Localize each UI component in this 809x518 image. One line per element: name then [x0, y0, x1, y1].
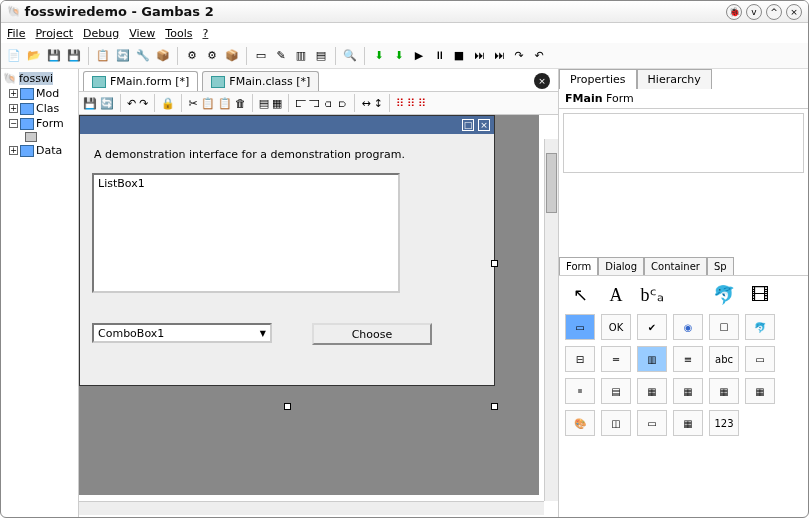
- tbtab-dialog[interactable]: Dialog: [598, 257, 644, 275]
- stop-icon[interactable]: ■: [450, 47, 468, 65]
- resize-handle-se[interactable]: [491, 403, 498, 410]
- run2-icon[interactable]: ⬇: [390, 47, 408, 65]
- tbtab-form[interactable]: Form: [559, 257, 598, 275]
- tool-textlabel[interactable]: bᶜₐ: [637, 282, 667, 308]
- tool-slider[interactable]: ⊟: [565, 346, 595, 372]
- tool-columnview[interactable]: ▦: [709, 378, 739, 404]
- tool-listbox[interactable]: ≡: [673, 346, 703, 372]
- tool-checkbox[interactable]: ✔: [637, 314, 667, 340]
- open-icon[interactable]: 📂: [25, 47, 43, 65]
- step3-icon[interactable]: ↷: [510, 47, 528, 65]
- tab-hierarchy[interactable]: Hierarchy: [637, 69, 712, 89]
- tool-blank1[interactable]: [673, 282, 703, 308]
- gear-icon[interactable]: ⚙: [183, 47, 201, 65]
- ft-g3-icon[interactable]: ⠿: [418, 97, 426, 110]
- tool-gambas-icon[interactable]: 🐬: [709, 282, 739, 308]
- tool-treeview[interactable]: ▤: [601, 378, 631, 404]
- tab-fmain-form[interactable]: FMain.form [*]: [83, 71, 198, 91]
- scrollbar-horizontal[interactable]: [79, 501, 544, 515]
- ft-al4-icon[interactable]: ⫐: [337, 97, 348, 110]
- tab-properties[interactable]: Properties: [559, 69, 637, 89]
- tab-fmain-class[interactable]: FMain.class [*]: [202, 71, 319, 91]
- resize-handle-s[interactable]: [284, 403, 291, 410]
- tbtab-container[interactable]: Container: [644, 257, 707, 275]
- tool-frame[interactable]: ▥: [637, 346, 667, 372]
- ft-grid-icon[interactable]: ▦: [272, 97, 282, 110]
- tool-panel[interactable]: ▭: [565, 314, 595, 340]
- ft-reload-icon[interactable]: 🔄: [100, 97, 114, 110]
- menu-tools[interactable]: Tools: [165, 27, 192, 40]
- ft-a6-icon[interactable]: ↕: [374, 97, 383, 110]
- edit-icon[interactable]: ✎: [272, 47, 290, 65]
- tab-close-icon[interactable]: ×: [534, 73, 550, 89]
- tool-gridview[interactable]: ▦: [673, 378, 703, 404]
- tool-tabstrip[interactable]: ▦: [673, 410, 703, 436]
- tool-colorchooser[interactable]: 🎨: [565, 410, 595, 436]
- ft-lock-icon[interactable]: 🔒: [161, 97, 175, 110]
- play-icon[interactable]: ▶: [410, 47, 428, 65]
- tool-tableview[interactable]: ▦: [745, 378, 775, 404]
- resize-handle-e[interactable]: [491, 260, 498, 267]
- ft-g1-icon[interactable]: ⠿: [396, 97, 404, 110]
- bug-icon[interactable]: 🐞: [726, 4, 742, 20]
- ft-undo-icon[interactable]: ↶: [127, 97, 136, 110]
- tool-combobox[interactable]: ▭: [745, 346, 775, 372]
- ft-al1-icon[interactable]: ⫍: [295, 97, 306, 110]
- ft-al2-icon[interactable]: ⫎: [309, 97, 320, 110]
- menu-file[interactable]: File: [7, 27, 25, 40]
- tree-root[interactable]: 🐚fosswi: [3, 71, 76, 86]
- tool-scrollbar[interactable]: ═: [601, 346, 631, 372]
- tree-form-fmain[interactable]: [3, 131, 76, 143]
- combobox-control[interactable]: ComboBox1▼: [92, 323, 272, 343]
- tool-pointer[interactable]: ↖: [565, 282, 595, 308]
- gear2-icon[interactable]: ⚙: [203, 47, 221, 65]
- tool-textbox[interactable]: abc: [709, 346, 739, 372]
- tool-radiobutton[interactable]: ◉: [673, 314, 703, 340]
- form-icon[interactable]: ▭: [252, 47, 270, 65]
- tool-label[interactable]: A: [601, 282, 631, 308]
- properties-grid[interactable]: [563, 113, 804, 173]
- ft-del-icon[interactable]: 🗑: [235, 97, 246, 110]
- form-canvas[interactable]: □ × A demonstration interface for a demo…: [79, 115, 558, 515]
- scroll-thumb[interactable]: [546, 153, 557, 213]
- exec-icon[interactable]: 📦: [154, 47, 172, 65]
- choose-button[interactable]: Choose: [312, 323, 432, 345]
- menu-debug[interactable]: Debug: [83, 27, 119, 40]
- tool2-icon[interactable]: ▤: [312, 47, 330, 65]
- new-icon[interactable]: 📄: [5, 47, 23, 65]
- menu-view[interactable]: View: [129, 27, 155, 40]
- ft-a5-icon[interactable]: ↔: [361, 97, 370, 110]
- demo-label[interactable]: A demonstration interface for a demonstr…: [92, 144, 482, 165]
- tool-progressbar[interactable]: ▭: [637, 410, 667, 436]
- run-icon[interactable]: ⬇: [370, 47, 388, 65]
- tbtab-special[interactable]: Sp: [707, 257, 734, 275]
- tool-spinbox[interactable]: 123: [709, 410, 739, 436]
- listbox-control[interactable]: ListBox1: [92, 173, 400, 293]
- menu-project[interactable]: Project: [35, 27, 73, 40]
- form-window[interactable]: □ × A demonstration interface for a demo…: [79, 115, 495, 386]
- tool-togglebutton[interactable]: ☐: [709, 314, 739, 340]
- maximize-button[interactable]: ^: [766, 4, 782, 20]
- ft-save-icon[interactable]: 💾: [83, 97, 97, 110]
- minimize-button[interactable]: v: [746, 4, 762, 20]
- ft-paste-icon[interactable]: 📋: [218, 97, 232, 110]
- menu-help[interactable]: ?: [202, 27, 208, 40]
- tree-modules[interactable]: +Mod: [3, 86, 76, 101]
- step-icon[interactable]: ⏭: [470, 47, 488, 65]
- ft-redo-icon[interactable]: ↷: [139, 97, 148, 110]
- tree-forms[interactable]: −Form: [3, 116, 76, 131]
- tool-button[interactable]: OK: [601, 314, 631, 340]
- ft-copy-icon[interactable]: 📋: [201, 97, 215, 110]
- tool-iconview[interactable]: ▦: [637, 378, 667, 404]
- saveall-icon[interactable]: 💾: [65, 47, 83, 65]
- close-button[interactable]: ×: [786, 4, 802, 20]
- tool-movie[interactable]: 🎞: [745, 282, 775, 308]
- step4-icon[interactable]: ↶: [530, 47, 548, 65]
- tree-classes[interactable]: +Clas: [3, 101, 76, 116]
- scrollbar-vertical[interactable]: [544, 139, 558, 501]
- tool-listview[interactable]: ≣: [565, 378, 595, 404]
- ft-cut-icon[interactable]: ✂: [188, 97, 197, 110]
- step2-icon[interactable]: ⏭: [490, 47, 508, 65]
- form-max-icon[interactable]: □: [462, 119, 474, 131]
- props-icon[interactable]: 📋: [94, 47, 112, 65]
